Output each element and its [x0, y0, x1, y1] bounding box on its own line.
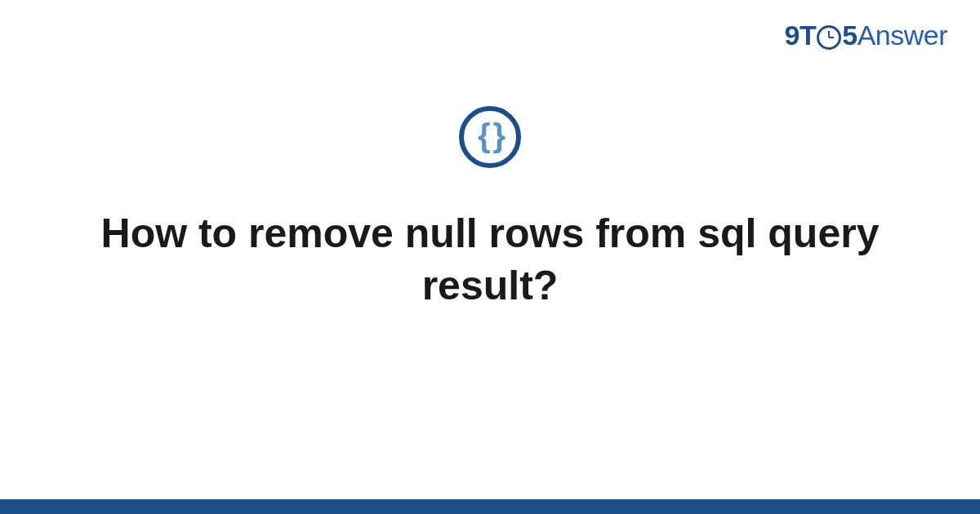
clock-icon [817, 25, 841, 50]
logo-nine: 9 [785, 20, 800, 51]
braces-icon: { } [478, 119, 502, 152]
logo-t: T [800, 20, 816, 51]
category-code-icon: { } [459, 106, 521, 168]
logo-five: 5 [842, 20, 857, 51]
question-title: How to remove null rows from sql query r… [82, 207, 898, 312]
bottom-brand-bar [0, 499, 980, 514]
main-content: { } How to remove null rows from sql que… [0, 106, 980, 312]
logo-answer: Answer [858, 20, 947, 51]
site-logo: 9 T 5 Answer [785, 20, 948, 51]
